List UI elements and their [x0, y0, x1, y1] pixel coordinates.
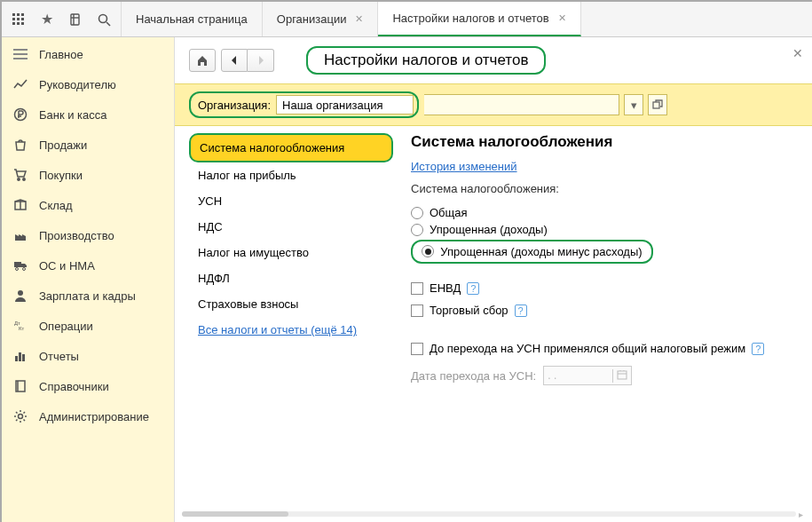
history-link[interactable]: История изменений	[411, 160, 517, 173]
dropdown-button[interactable]: ▾	[624, 94, 643, 115]
main-header: Настройки налогов и отчетов ✕	[175, 37, 812, 83]
check-prev-regime[interactable]: До перехода на УСН применялся общий нало…	[411, 340, 801, 357]
chart-line-icon	[12, 76, 28, 92]
sidebar-item-operations[interactable]: ДтКтОперации	[2, 311, 174, 341]
transition-date-row: Дата перехода на УСН: . .	[411, 366, 801, 385]
apps-grid-icon[interactable]	[5, 6, 32, 33]
search-icon[interactable]	[91, 6, 117, 33]
ruble-icon	[12, 107, 28, 123]
sidebar-item-label: Продажи	[39, 138, 87, 152]
tab-label: Настройки налогов и отчетов	[392, 12, 548, 25]
nav-item-label: Налог на прибыль	[198, 169, 296, 182]
nav-item-tax-system[interactable]: Система налогообложения	[189, 133, 393, 162]
nav-more-link[interactable]: Все налоги и отчеты (ещё 14)	[189, 317, 393, 343]
sidebar-item-main[interactable]: Главное	[2, 39, 174, 69]
check-trade-fee[interactable]: Торговый сбор?	[411, 302, 801, 319]
tab-tax-settings[interactable]: Настройки налогов и отчетов✕	[378, 2, 580, 36]
bars-icon	[12, 46, 28, 62]
radio-label: Общая	[430, 206, 468, 219]
sidebar-item-warehouse[interactable]: Склад	[2, 190, 174, 220]
sidebar-item-purchases[interactable]: Покупки	[2, 160, 174, 190]
close-icon[interactable]: ✕	[558, 12, 566, 24]
nav-group	[221, 49, 274, 72]
home-button[interactable]	[189, 49, 216, 72]
sidebar-item-label: Склад	[39, 199, 73, 212]
sidebar-item-salary[interactable]: Зарплата и кадры	[2, 281, 174, 311]
radio-option-usn-income[interactable]: Упрощенная (доходы)	[411, 221, 801, 238]
sidebar-item-references[interactable]: Справочники	[2, 371, 174, 401]
close-icon[interactable]: ✕	[355, 13, 363, 25]
sidebar-item-label: Производство	[39, 229, 114, 242]
radio-option-usn-income-expense[interactable]: Упрощенная (доходы минус расходы)	[411, 238, 801, 265]
sidebar-item-label: Руководителю	[39, 78, 116, 91]
transition-date-label: Дата перехода на УСН:	[411, 369, 536, 383]
svg-point-17	[23, 268, 26, 271]
sidebar-item-sales[interactable]: Продажи	[2, 130, 174, 160]
hint-icon[interactable]: ?	[752, 343, 764, 355]
check-label: До перехода на УСН применялся общий нало…	[430, 342, 745, 355]
svg-rect-3	[12, 18, 15, 20]
svg-rect-2	[21, 13, 24, 16]
back-button[interactable]	[221, 49, 248, 72]
nav-item-label: УСН	[198, 194, 222, 208]
check-label: Торговый сбор	[430, 304, 508, 317]
svg-point-18	[18, 290, 23, 296]
svg-rect-21	[15, 356, 18, 361]
sidebar-item-manager[interactable]: Руководителю	[2, 69, 174, 99]
svg-point-16	[16, 268, 19, 271]
barchart-icon	[12, 348, 28, 364]
cart-icon	[12, 167, 28, 183]
radio-icon	[422, 245, 434, 257]
radio-highlight: Упрощенная (доходы минус расходы)	[411, 240, 653, 264]
sidebar-item-label: Операции	[39, 320, 93, 333]
organization-ext-field[interactable]	[424, 94, 619, 115]
sidebar-item-bank[interactable]: Банк и касса	[2, 99, 174, 130]
sidebar-item-admin[interactable]: Администрирование	[2, 401, 174, 431]
svg-rect-7	[17, 22, 20, 25]
organization-input[interactable]	[276, 95, 414, 115]
calendar-icon[interactable]	[612, 369, 627, 383]
nav-item-nds[interactable]: НДС	[189, 214, 393, 240]
box-icon	[12, 197, 28, 213]
hint-icon[interactable]: ?	[515, 304, 527, 317]
svg-rect-22	[19, 352, 21, 361]
hint-icon[interactable]: ?	[467, 282, 479, 295]
check-envd[interactable]: ЕНВД?	[411, 280, 801, 297]
nav-item-label: Налог на имущество	[198, 246, 309, 259]
nav-item-property-tax[interactable]: Налог на имущество	[189, 240, 393, 265]
svg-rect-27	[618, 371, 627, 379]
nav-item-usn[interactable]: УСН	[189, 188, 393, 214]
dkt-icon: ДтКт	[12, 318, 28, 334]
organization-bar: Организация: ▾	[175, 83, 812, 126]
checkbox-icon	[411, 282, 423, 295]
panel-title: Система налогообложения	[411, 133, 801, 151]
open-ref-button[interactable]	[648, 94, 667, 115]
tab-organizations[interactable]: Организации✕	[263, 2, 379, 36]
scroll-right-icon[interactable]: ▸	[796, 510, 805, 519]
favorite-star-icon[interactable]: ★	[34, 6, 60, 33]
close-page-button[interactable]: ✕	[792, 46, 803, 60]
history-icon[interactable]	[62, 6, 89, 33]
tabs-row: Начальная страница Организации✕ Настройк…	[122, 2, 581, 36]
horizontal-scrollbar[interactable]: ▸	[175, 510, 812, 518]
sidebar-item-label: Администрирование	[39, 410, 149, 423]
sidebar-item-assets[interactable]: ОС и НМА	[2, 250, 174, 281]
svg-rect-6	[12, 22, 15, 25]
sidebar-item-label: Покупки	[39, 169, 83, 182]
radio-option-general[interactable]: Общая	[411, 204, 801, 221]
nav-item-profit-tax[interactable]: Налог на прибыль	[189, 162, 393, 188]
radio-label: Упрощенная (доходы)	[430, 223, 548, 236]
scroll-thumb[interactable]	[182, 511, 288, 517]
svg-rect-26	[653, 102, 659, 108]
transition-date-input[interactable]: . .	[543, 366, 632, 385]
sidebar-item-label: Банк и касса	[39, 108, 107, 122]
nav-item-ndfl[interactable]: НДФЛ	[189, 265, 393, 291]
sidebar-item-production[interactable]: Производство	[2, 220, 174, 250]
checkbox-icon	[411, 343, 423, 355]
tab-home[interactable]: Начальная страница	[122, 2, 263, 36]
sidebar-item-reports[interactable]: Отчеты	[2, 341, 174, 371]
nav-item-insurance[interactable]: Страховые взносы	[189, 291, 393, 317]
forward-button[interactable]	[248, 49, 274, 72]
book-icon	[12, 378, 28, 394]
date-placeholder: . .	[548, 369, 556, 382]
